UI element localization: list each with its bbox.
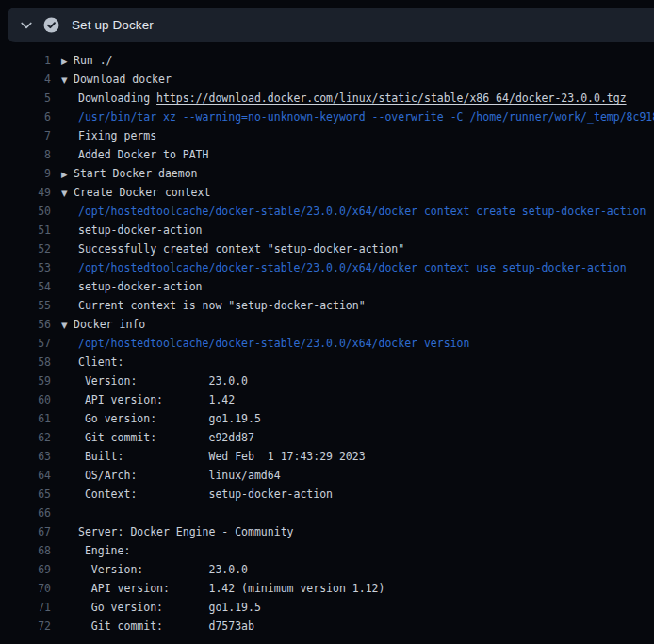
- log-text: setup-docker-action: [51, 277, 203, 296]
- log-line: 49▼Create Docker context: [0, 183, 654, 202]
- log-line: 71 Go version: go1.19.5: [0, 598, 654, 617]
- line-number[interactable]: 55: [0, 296, 51, 315]
- line-number[interactable]: 62: [0, 428, 51, 447]
- line-number[interactable]: 49: [0, 183, 51, 202]
- line-number[interactable]: 67: [0, 522, 51, 541]
- log-line: 62 Git commit: e92dd87: [0, 428, 654, 447]
- log-command: /usr/bin/tar xz --warning=no-unknown-key…: [51, 107, 654, 126]
- group-toggle[interactable]: ▼Download docker: [51, 70, 172, 89]
- group-expanded-arrow-icon[interactable]: ▼: [61, 316, 74, 335]
- log-text: API version: 1.42: [51, 390, 235, 409]
- group-title: Run ./: [74, 54, 113, 67]
- log-text: Engine:: [51, 541, 130, 560]
- log-command: /opt/hostedtoolcache/docker-stable/23.0.…: [51, 202, 646, 221]
- line-number[interactable]: 65: [0, 485, 51, 504]
- log-text: Current context is now "setup-docker-act…: [51, 296, 366, 315]
- log-text: Added Docker to PATH: [51, 145, 208, 164]
- log-text: Git commit: d7573ab: [51, 617, 254, 636]
- log-text: Built: Wed Feb 1 17:43:29 2023: [51, 447, 366, 466]
- line-number[interactable]: 7: [0, 126, 51, 145]
- log-line: 4▼Download docker: [0, 70, 654, 89]
- log-text: Context: setup-docker-action: [51, 485, 333, 504]
- line-number[interactable]: 8: [0, 145, 51, 164]
- log-line: 51setup-docker-action: [0, 221, 654, 239]
- log-text: Downloading https://download.docker.com/…: [51, 89, 627, 107]
- status-check-icon: [43, 17, 59, 33]
- group-title: Start Docker daemon: [74, 167, 198, 180]
- line-number[interactable]: 4: [0, 70, 51, 89]
- step-title: Set up Docker: [72, 18, 154, 32]
- line-number[interactable]: 57: [0, 334, 51, 353]
- log-text: setup-docker-action: [51, 221, 203, 239]
- log-line: 7Fixing perms: [0, 126, 654, 145]
- line-number[interactable]: 72: [0, 617, 51, 636]
- log-viewer: 1▶Run ./4▼Download docker5Downloading ht…: [0, 51, 654, 636]
- line-number[interactable]: 50: [0, 202, 51, 221]
- log-command: /opt/hostedtoolcache/docker-stable/23.0.…: [51, 258, 627, 277]
- line-number[interactable]: 60: [0, 390, 51, 409]
- line-number[interactable]: 56: [0, 315, 51, 334]
- line-number[interactable]: 6: [0, 107, 51, 126]
- log-text: Server: Docker Engine - Community: [51, 522, 293, 541]
- line-number[interactable]: 52: [0, 239, 51, 258]
- log-line: 67Server: Docker Engine - Community: [0, 522, 654, 541]
- log-line: 60 API version: 1.42: [0, 390, 654, 409]
- log-line: 53/opt/hostedtoolcache/docker-stable/23.…: [0, 258, 654, 277]
- log-text: [51, 504, 78, 522]
- group-expanded-arrow-icon[interactable]: ▼: [61, 184, 74, 203]
- log-line: 70 API version: 1.42 (minimum version 1.…: [0, 579, 654, 598]
- log-line: 66: [0, 504, 654, 522]
- log-line: 69 Version: 23.0.0: [0, 560, 654, 579]
- line-number[interactable]: 51: [0, 221, 51, 239]
- log-line: 5Downloading https://download.docker.com…: [0, 89, 654, 107]
- line-number[interactable]: 9: [0, 164, 51, 183]
- line-number[interactable]: 5: [0, 89, 51, 107]
- line-number[interactable]: 61: [0, 409, 51, 428]
- group-toggle[interactable]: ▶Run ./: [51, 51, 113, 70]
- log-line: 6/usr/bin/tar xz --warning=no-unknown-ke…: [0, 107, 654, 126]
- log-line: 8Added Docker to PATH: [0, 145, 654, 164]
- line-number[interactable]: 53: [0, 258, 51, 277]
- log-line: 61 Go version: go1.19.5: [0, 409, 654, 428]
- line-number[interactable]: 71: [0, 598, 51, 617]
- log-text: Go version: go1.19.5: [51, 598, 261, 617]
- log-link[interactable]: https://download.docker.com/linux/static…: [156, 91, 627, 105]
- log-line: 58Client:: [0, 353, 654, 372]
- line-number[interactable]: 54: [0, 277, 51, 296]
- log-line: 50/opt/hostedtoolcache/docker-stable/23.…: [0, 202, 654, 221]
- group-title: Create Docker context: [74, 186, 210, 199]
- log-line: 56▼Docker info: [0, 315, 654, 334]
- log-line: 64 OS/Arch: linux/amd64: [0, 466, 654, 485]
- group-title: Docker info: [74, 318, 145, 331]
- group-expanded-arrow-icon[interactable]: ▼: [61, 71, 74, 90]
- line-number[interactable]: 1: [0, 51, 51, 70]
- line-number[interactable]: 59: [0, 372, 51, 390]
- log-text: Version: 23.0.0: [51, 372, 248, 390]
- log-line: 57/opt/hostedtoolcache/docker-stable/23.…: [0, 334, 654, 353]
- log-line: 68 Engine:: [0, 541, 654, 560]
- group-collapsed-arrow-icon[interactable]: ▶: [61, 52, 74, 71]
- line-number[interactable]: 66: [0, 504, 51, 522]
- log-text: Fixing perms: [51, 126, 156, 145]
- group-toggle[interactable]: ▼Create Docker context: [51, 183, 210, 202]
- step-header[interactable]: Set up Docker: [8, 8, 654, 42]
- line-number[interactable]: 68: [0, 541, 51, 560]
- group-toggle[interactable]: ▼Docker info: [51, 315, 145, 334]
- group-title: Download docker: [74, 73, 172, 86]
- line-number[interactable]: 64: [0, 466, 51, 485]
- log-line: 63 Built: Wed Feb 1 17:43:29 2023: [0, 447, 654, 466]
- chevron-down-icon[interactable]: [19, 18, 34, 33]
- line-number[interactable]: 70: [0, 579, 51, 598]
- group-collapsed-arrow-icon[interactable]: ▶: [61, 165, 74, 184]
- line-number[interactable]: 58: [0, 353, 51, 372]
- log-text: Client:: [51, 353, 123, 372]
- log-line: 1▶Run ./: [0, 51, 654, 70]
- line-number[interactable]: 63: [0, 447, 51, 466]
- log-text: Successfully created context "setup-dock…: [51, 239, 404, 258]
- line-number[interactable]: 69: [0, 560, 51, 579]
- log-line: 65 Context: setup-docker-action: [0, 485, 654, 504]
- log-line: 72 Git commit: d7573ab: [0, 617, 654, 636]
- log-line: 55Current context is now "setup-docker-a…: [0, 296, 654, 315]
- group-toggle[interactable]: ▶Start Docker daemon: [51, 164, 198, 183]
- log-text: Git commit: e92dd87: [51, 428, 254, 447]
